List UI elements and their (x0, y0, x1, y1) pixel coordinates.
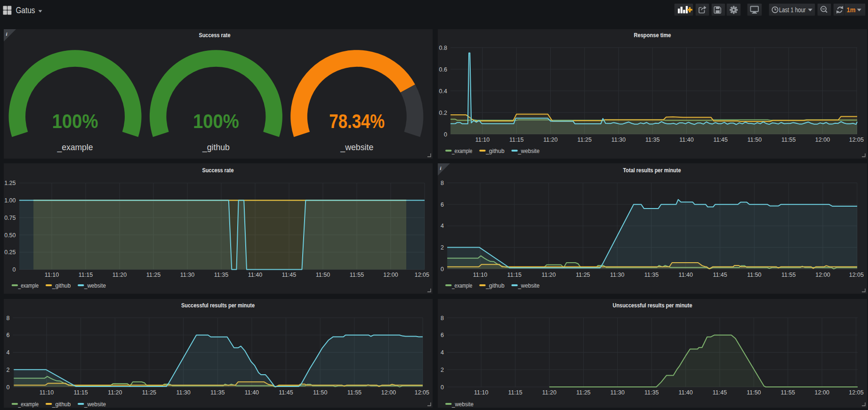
svg-text:11:55: 11:55 (781, 389, 795, 396)
svg-text:11:50: 11:50 (747, 389, 761, 396)
svg-text:_github: _github (52, 282, 71, 289)
svg-text:_website: _website (517, 282, 539, 289)
svg-text:_website: _website (451, 401, 474, 408)
svg-text:_github: _github (485, 282, 504, 289)
svg-text:0: 0 (441, 384, 444, 391)
svg-text:_example: _example (18, 282, 39, 289)
svg-text:6: 6 (6, 332, 9, 338)
svg-text:0: 0 (13, 266, 16, 273)
svg-text:11:20: 11:20 (108, 389, 122, 396)
svg-text:11:45: 11:45 (713, 272, 727, 278)
svg-text:Success rate: Success rate (199, 32, 231, 39)
svg-text:0.8: 0.8 (439, 45, 447, 51)
svg-text:11:35: 11:35 (645, 137, 659, 143)
svg-text:Success rate: Success rate (202, 167, 234, 174)
svg-text:11:25: 11:25 (576, 389, 590, 396)
svg-text:11:30: 11:30 (180, 272, 194, 278)
svg-text:11:25: 11:25 (578, 137, 592, 143)
svg-text:12:05: 12:05 (849, 137, 864, 143)
svg-text:6: 6 (441, 332, 444, 338)
svg-text:11:30: 11:30 (611, 389, 625, 396)
svg-text:Successful results per minute: Successful results per minute (181, 302, 255, 309)
svg-text:12:00: 12:00 (815, 137, 830, 143)
svg-text:12:05: 12:05 (849, 272, 864, 278)
svg-text:11:20: 11:20 (542, 389, 556, 396)
svg-text:11:35: 11:35 (644, 389, 659, 396)
svg-text:1m: 1m (847, 6, 856, 14)
svg-text:0: 0 (6, 384, 9, 391)
svg-text:11:20: 11:20 (113, 272, 127, 278)
svg-text:11:20: 11:20 (543, 137, 557, 143)
svg-text:_example: _example (57, 142, 93, 153)
svg-text:_example: _example (18, 401, 39, 408)
svg-text:12:00: 12:00 (383, 272, 398, 278)
svg-text:11:45: 11:45 (713, 389, 727, 396)
svg-text:0.75: 0.75 (4, 215, 16, 221)
svg-text:11:40: 11:40 (245, 389, 259, 396)
svg-text:Response time: Response time (634, 32, 671, 39)
svg-text:11:40: 11:40 (679, 272, 693, 278)
svg-text:12:05: 12:05 (415, 272, 429, 278)
svg-text:0.4: 0.4 (439, 88, 447, 95)
svg-text:100%: 100% (52, 110, 98, 132)
svg-text:12:00: 12:00 (815, 389, 829, 396)
svg-text:8: 8 (441, 180, 444, 186)
svg-text:2: 2 (441, 244, 444, 251)
svg-text:11:10: 11:10 (40, 389, 54, 396)
svg-text:_example: _example (451, 282, 472, 289)
svg-text:Unsuccessful results per minut: Unsuccessful results per minute (613, 302, 692, 309)
svg-text:1.25: 1.25 (4, 180, 16, 186)
svg-text:78.34%: 78.34% (329, 110, 385, 132)
svg-text:8: 8 (6, 315, 9, 322)
svg-text:8: 8 (441, 315, 444, 322)
svg-text:100%: 100% (193, 110, 239, 132)
svg-text:_website: _website (340, 142, 373, 153)
svg-text:11:25: 11:25 (142, 389, 156, 396)
svg-text:11:55: 11:55 (347, 389, 362, 396)
svg-text:6: 6 (441, 201, 444, 208)
svg-text:11:40: 11:40 (678, 389, 692, 396)
svg-text:12:00: 12:00 (381, 389, 396, 396)
svg-text:12:05: 12:05 (849, 389, 863, 396)
svg-text:11:35: 11:35 (644, 272, 659, 278)
svg-text:2: 2 (6, 367, 9, 373)
svg-text:11:15: 11:15 (509, 137, 523, 143)
svg-text:12:00: 12:00 (815, 272, 830, 278)
svg-text:11:55: 11:55 (781, 137, 796, 143)
svg-text:_website: _website (84, 282, 106, 289)
svg-text:_website: _website (84, 401, 106, 408)
svg-text:12:05: 12:05 (415, 389, 429, 396)
svg-text:11:40: 11:40 (679, 137, 693, 143)
svg-text:0.6: 0.6 (439, 66, 447, 73)
svg-text:Last 1 hour: Last 1 hour (779, 6, 806, 14)
svg-text:2: 2 (441, 367, 444, 373)
svg-text:11:10: 11:10 (473, 272, 487, 278)
svg-text:11:10: 11:10 (475, 137, 490, 143)
svg-text:_website: _website (517, 148, 539, 154)
svg-text:11:15: 11:15 (507, 272, 522, 278)
svg-text:11:15: 11:15 (508, 389, 522, 396)
svg-text:11:30: 11:30 (611, 137, 626, 143)
svg-text:11:25: 11:25 (576, 272, 590, 278)
svg-text:11:30: 11:30 (610, 272, 624, 278)
svg-text:11:10: 11:10 (474, 389, 488, 396)
svg-text:11:10: 11:10 (45, 272, 59, 278)
svg-text:11:45: 11:45 (282, 272, 296, 278)
svg-text:11:30: 11:30 (176, 389, 190, 396)
svg-text:11:25: 11:25 (146, 272, 161, 278)
svg-text:4: 4 (6, 349, 9, 356)
svg-text:_github: _github (52, 401, 71, 408)
svg-text:_github: _github (202, 142, 230, 153)
svg-text:11:15: 11:15 (79, 272, 93, 278)
svg-text:0.50: 0.50 (4, 232, 16, 239)
svg-text:4: 4 (441, 223, 444, 229)
svg-text:11:50: 11:50 (313, 389, 327, 396)
svg-text:11:55: 11:55 (781, 272, 796, 278)
svg-text:Total results per minute: Total results per minute (623, 167, 681, 174)
svg-text:11:20: 11:20 (541, 272, 555, 278)
svg-text:0: 0 (444, 131, 447, 138)
svg-text:1.00: 1.00 (4, 197, 16, 204)
svg-text:11:50: 11:50 (747, 272, 761, 278)
svg-text:_example: _example (451, 148, 472, 154)
svg-text:4: 4 (441, 349, 444, 356)
